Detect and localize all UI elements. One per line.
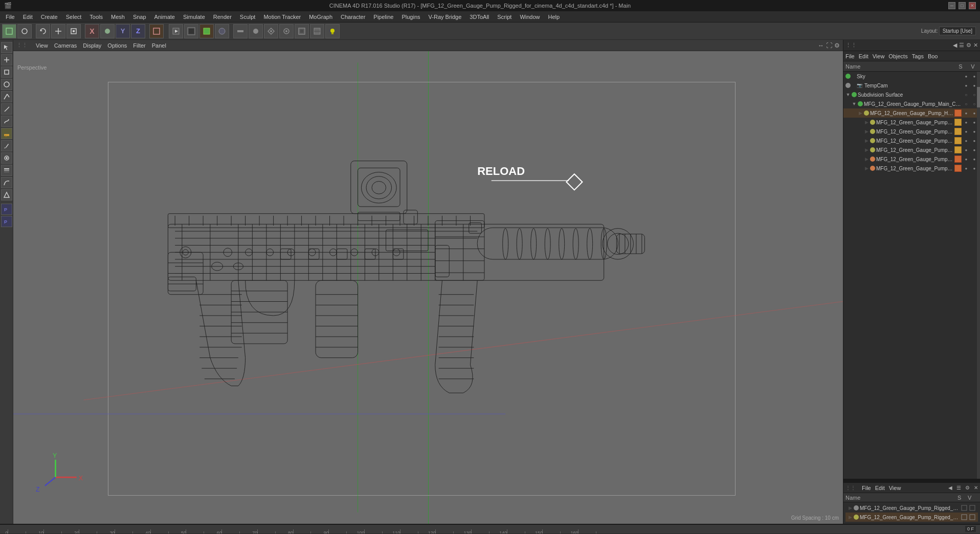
vis-toggle[interactable]: ● bbox=[963, 73, 970, 80]
menu-item-snap[interactable]: Snap bbox=[129, 13, 150, 21]
menu-item-v-ray-bridge[interactable]: V-Ray Bridge bbox=[425, 13, 465, 21]
object-tag[interactable] bbox=[954, 119, 962, 126]
vis-toggle[interactable] bbox=[961, 514, 968, 521]
rotate-live-tool[interactable] bbox=[1, 79, 12, 90]
mesh-mode-button[interactable] bbox=[17, 24, 32, 38]
viewport-settings-icon[interactable]: ⚙ bbox=[834, 42, 840, 49]
vis-toggle[interactable]: ● bbox=[963, 82, 970, 89]
object-item-sky[interactable]: Sky ● ● bbox=[843, 72, 980, 81]
menu-item-mograph[interactable]: MoGraph bbox=[305, 13, 336, 21]
display-mode4-button[interactable] bbox=[279, 24, 294, 38]
menu-item-sculpt[interactable]: Sculpt bbox=[236, 13, 259, 21]
vis-toggle[interactable]: ● bbox=[963, 137, 970, 144]
object-item-subdivision[interactable]: ▼ Subdivision Surface ○ ○ bbox=[843, 90, 980, 99]
knife-tool[interactable] bbox=[1, 103, 12, 115]
bottom-panel-icon2[interactable]: ☰ bbox=[956, 485, 961, 491]
scrollbar-thumb[interactable] bbox=[977, 87, 980, 107]
menu-item-edit[interactable]: Edit bbox=[19, 13, 36, 21]
panel-icon3[interactable]: ⚙ bbox=[966, 42, 971, 49]
python-tool1[interactable]: P bbox=[1, 204, 12, 215]
render-toggle[interactable] bbox=[969, 504, 976, 511]
rotate-button[interactable] bbox=[36, 24, 50, 38]
vis-toggle[interactable]: ● bbox=[963, 109, 970, 117]
close-button[interactable]: ✕ bbox=[969, 2, 976, 9]
viewport-menu-panel[interactable]: Panel bbox=[152, 42, 166, 49]
menu-item-mesh[interactable]: Mesh bbox=[107, 13, 128, 21]
object-tag[interactable] bbox=[954, 165, 962, 172]
render-toggle[interactable] bbox=[969, 514, 976, 521]
undo-button[interactable]: X bbox=[85, 24, 99, 38]
obj-menu-view[interactable]: View bbox=[873, 53, 885, 59]
select-tool[interactable] bbox=[1, 42, 12, 53]
menu-item-select[interactable]: Select bbox=[62, 13, 85, 21]
bottom-panel-icon1[interactable]: ◀ bbox=[948, 485, 952, 491]
vis-toggle[interactable] bbox=[961, 504, 968, 511]
expand-button[interactable]: ▶ bbox=[848, 505, 853, 510]
bottom-object-geometry[interactable]: ▶ MFG_12_Green_Gauge_Pump_Rigged_geometr… bbox=[845, 513, 978, 522]
render-viewport-button[interactable] bbox=[215, 24, 229, 38]
brush-tool[interactable] bbox=[1, 116, 12, 127]
display-mode1-button[interactable] bbox=[233, 24, 248, 38]
render-picture-viewer-button[interactable] bbox=[184, 24, 198, 38]
menu-item-file[interactable]: File bbox=[2, 13, 18, 21]
model-mode-button[interactable] bbox=[2, 24, 16, 38]
display-mode6-button[interactable] bbox=[310, 24, 324, 38]
vis-toggle[interactable]: ● bbox=[963, 165, 970, 172]
redo-button[interactable] bbox=[100, 24, 115, 38]
viewport-menu-view[interactable]: View bbox=[36, 42, 48, 49]
texture-tool[interactable]: S bbox=[1, 128, 12, 139]
light-button[interactable] bbox=[325, 24, 340, 38]
expand-button[interactable]: ▶ bbox=[848, 515, 853, 520]
expand-button[interactable]: ▶ bbox=[864, 166, 869, 171]
layout-value[interactable]: Startup [Use] bbox=[939, 27, 976, 35]
panel-icon2[interactable]: ☰ bbox=[959, 42, 964, 49]
sculpt-tool[interactable] bbox=[1, 152, 12, 164]
weight-tool[interactable] bbox=[1, 189, 12, 201]
obj-bottom-menu-edit[interactable]: Edit bbox=[875, 485, 885, 491]
viewport-menu-display[interactable]: Display bbox=[83, 42, 101, 49]
menu-item-window[interactable]: Window bbox=[516, 13, 543, 21]
spline-tool[interactable] bbox=[1, 177, 12, 188]
vis-toggle[interactable]: ● bbox=[963, 155, 970, 163]
expand-button[interactable]: ▶ bbox=[864, 129, 869, 134]
object-item-tempcam[interactable]: 📷 TempCam ● ● bbox=[843, 81, 980, 90]
move-button[interactable] bbox=[51, 24, 65, 38]
frame-counter-display[interactable]: 0 F bbox=[965, 526, 976, 532]
menu-item-help[interactable]: Help bbox=[545, 13, 564, 21]
viewport-canvas[interactable]: Perspective bbox=[13, 51, 843, 524]
object-tag[interactable] bbox=[954, 128, 962, 135]
expand-button[interactable]: ▶ bbox=[864, 157, 869, 162]
menu-item-character[interactable]: Character bbox=[337, 13, 369, 21]
object-tag[interactable] bbox=[954, 146, 962, 153]
expand-button[interactable]: ▼ bbox=[852, 101, 857, 106]
display-mode3-button[interactable] bbox=[264, 24, 278, 38]
object-item-body[interactable]: ▶ MFG_12_Green_Gauge_Pump_Body ● ● bbox=[843, 127, 980, 136]
obj-menu-edit[interactable]: Edit bbox=[859, 53, 868, 59]
menu-item-pipeline[interactable]: Pipeline bbox=[370, 13, 397, 21]
obj-menu-tags[interactable]: Tags bbox=[912, 53, 924, 59]
python-tool2[interactable]: P bbox=[1, 216, 12, 227]
menu-item-motion-tracker[interactable]: Motion Tracker bbox=[260, 13, 304, 21]
viewport-menu-options[interactable]: Options bbox=[107, 42, 127, 49]
object-item-reload-text[interactable]: ▶ MFG_12_Green_Gauge_Pump_Reload_Text ● … bbox=[843, 164, 980, 173]
expand-button[interactable]: ▶ bbox=[864, 147, 869, 152]
transform-tool[interactable] bbox=[1, 91, 12, 102]
object-tag[interactable] bbox=[954, 155, 962, 163]
object-tag[interactable] bbox=[954, 137, 962, 144]
bottom-object-helpers[interactable]: ▶ MFG_12_Green_Gauge_Pump_Rigged_helpers bbox=[845, 503, 978, 513]
obj-bottom-menu-view[interactable]: View bbox=[889, 485, 901, 491]
vis-toggle[interactable]: ● bbox=[963, 128, 970, 135]
menu-item-render[interactable]: Render bbox=[210, 13, 235, 21]
paint-tool[interactable] bbox=[1, 140, 12, 151]
menu-item-simulate[interactable]: Simulate bbox=[180, 13, 209, 21]
snap1-button[interactable] bbox=[149, 24, 164, 38]
panel-icon1[interactable]: ◀ bbox=[953, 42, 957, 49]
vis-toggle[interactable]: ● bbox=[963, 119, 970, 126]
viewport-menu-cameras[interactable]: Cameras bbox=[54, 42, 77, 49]
object-item-reload-control[interactable]: ▶ MFG_12_Green_Gauge_Pump_Reload_Control… bbox=[843, 154, 980, 164]
expand-button[interactable]: ▶ bbox=[858, 110, 863, 116]
move-live-tool[interactable] bbox=[1, 54, 12, 65]
obj-menu-boo[interactable]: Boo bbox=[928, 53, 938, 59]
expand-button[interactable]: ▶ bbox=[864, 120, 869, 125]
vis-toggle[interactable]: ○ bbox=[963, 100, 970, 107]
